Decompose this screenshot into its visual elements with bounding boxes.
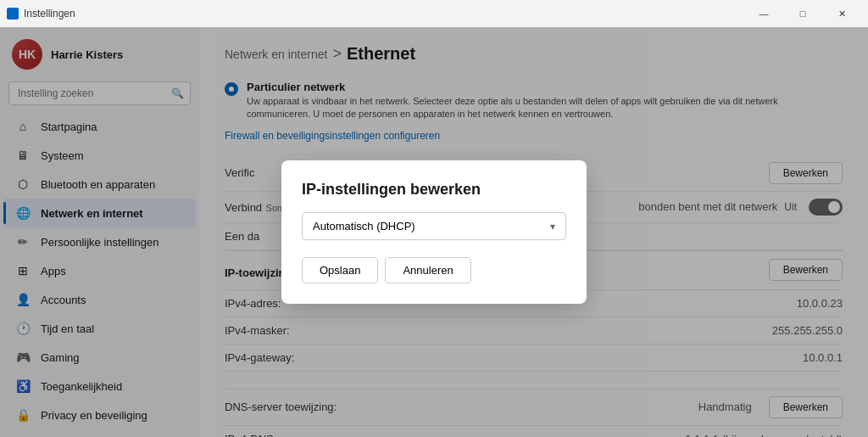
modal-dropdown[interactable]: Automatisch (DHCP) ▾ — [302, 212, 566, 240]
titlebar: Instellingen — □ ✕ — [0, 0, 868, 27]
app-icon — [7, 8, 19, 20]
modal: IP-instellingen bewerken Automatisch (DH… — [281, 160, 587, 304]
minimize-button[interactable]: — — [744, 0, 783, 27]
titlebar-title: Instellingen — [24, 8, 75, 20]
modal-cancel-button[interactable]: Annuleren — [385, 257, 470, 283]
modal-save-button[interactable]: Opslaan — [302, 257, 378, 283]
modal-dropdown-value: Automatisch (DHCP) — [313, 220, 415, 233]
chevron-down-icon: ▾ — [550, 221, 555, 233]
modal-overlay: IP-instellingen bewerken Automatisch (DH… — [0, 27, 868, 437]
close-button[interactable]: ✕ — [822, 0, 861, 27]
titlebar-left: Instellingen — [7, 8, 75, 20]
maximize-button[interactable]: □ — [783, 0, 822, 27]
modal-title: IP-instellingen bewerken — [302, 181, 566, 199]
modal-buttons: Opslaan Annuleren — [302, 257, 566, 283]
titlebar-controls: — □ ✕ — [744, 0, 861, 27]
